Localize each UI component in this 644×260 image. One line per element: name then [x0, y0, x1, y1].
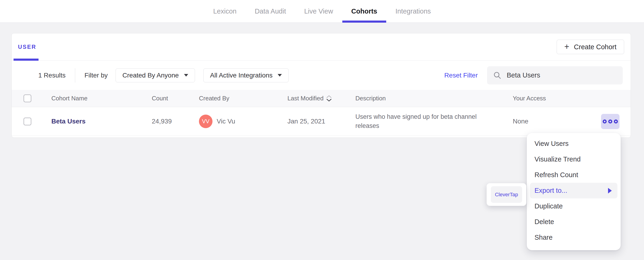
nav-tab-cohorts[interactable]: Cohorts	[351, 0, 377, 22]
menu-item-export-to[interactable]: Export to...	[530, 183, 618, 198]
filter-by-label: Filter by	[84, 72, 108, 79]
tab-user[interactable]: USER	[18, 34, 36, 60]
sort-icon[interactable]	[326, 95, 332, 102]
search-icon	[493, 71, 502, 80]
menu-item-share[interactable]: Share	[527, 230, 621, 245]
cohorts-panel: USER + Create Cohort 1 Results Filter by…	[12, 33, 631, 138]
your-access-value: None	[513, 118, 584, 125]
avatar: VV	[199, 114, 212, 128]
column-header-count[interactable]: Count	[152, 95, 199, 102]
menu-item-duplicate[interactable]: Duplicate	[527, 198, 621, 214]
results-count: 1 Results	[38, 72, 66, 79]
menu-item-refresh-count[interactable]: Refresh Count	[527, 167, 621, 183]
more-options-icon	[603, 120, 607, 124]
create-cohort-button[interactable]: + Create Cohort	[557, 40, 624, 54]
caret-down-icon	[184, 74, 188, 76]
last-modified-value: Jan 25, 2021	[288, 118, 356, 125]
caret-down-icon	[278, 74, 282, 76]
select-all-checkbox[interactable]	[24, 94, 31, 102]
top-nav: Lexicon Data Audit Live View Cohorts Int…	[0, 0, 644, 23]
cohort-count: 24,939	[152, 118, 199, 125]
export-submenu: CleverTap	[486, 183, 526, 206]
cohort-name-link[interactable]: Beta Users	[51, 118, 152, 125]
submenu-arrow-icon	[608, 188, 612, 194]
row-checkbox[interactable]	[24, 118, 31, 125]
panel-tabstrip: USER + Create Cohort	[12, 34, 631, 61]
create-cohort-label: Create Cohort	[574, 43, 616, 51]
created-by-cell: VV Vic Vu	[199, 114, 288, 128]
cohort-description: Users who have signed up for beta channe…	[356, 112, 483, 130]
nav-tab-data-audit[interactable]: Data Audit	[255, 0, 286, 22]
more-options-button[interactable]	[601, 114, 620, 129]
context-menu: View Users Visualize Trend Refresh Count…	[527, 133, 621, 250]
nav-tab-live-view[interactable]: Live View	[304, 0, 333, 22]
plus-icon: +	[564, 42, 569, 51]
filter-bar: 1 Results Filter by Created By Anyone Al…	[12, 61, 631, 90]
menu-item-view-users[interactable]: View Users	[527, 136, 621, 152]
table-header: Cohort Name Count Created By Last Modifi…	[12, 90, 631, 107]
column-header-description[interactable]: Description	[356, 95, 513, 102]
column-header-last-modified[interactable]: Last Modified	[288, 95, 356, 102]
search-input[interactable]: Beta Users	[487, 66, 623, 84]
created-by-dropdown-label: Created By Anyone	[122, 72, 179, 79]
creator-name: Vic Vu	[217, 118, 235, 125]
search-value: Beta Users	[507, 72, 540, 79]
divider	[75, 68, 75, 82]
nav-tab-integrations[interactable]: Integrations	[396, 0, 431, 22]
nav-tab-lexicon[interactable]: Lexicon	[213, 0, 236, 22]
tab-user-underline	[14, 58, 38, 61]
column-header-cohort-name[interactable]: Cohort Name	[51, 95, 152, 102]
column-header-your-access[interactable]: Your Access	[513, 95, 584, 102]
submenu-item-clevertap[interactable]: CleverTap	[491, 186, 522, 203]
reset-filter-link[interactable]: Reset Filter	[444, 72, 478, 79]
menu-item-delete[interactable]: Delete	[527, 214, 621, 230]
integrations-dropdown-label: All Active Integrations	[210, 72, 273, 79]
integrations-dropdown[interactable]: All Active Integrations	[204, 68, 289, 82]
menu-item-visualize-trend[interactable]: Visualize Trend	[527, 152, 621, 167]
column-header-created-by[interactable]: Created By	[199, 95, 288, 102]
table-row: Beta Users 24,939 VV Vic Vu Jan 25, 2021…	[12, 107, 631, 136]
created-by-dropdown[interactable]: Created By Anyone	[116, 68, 195, 82]
